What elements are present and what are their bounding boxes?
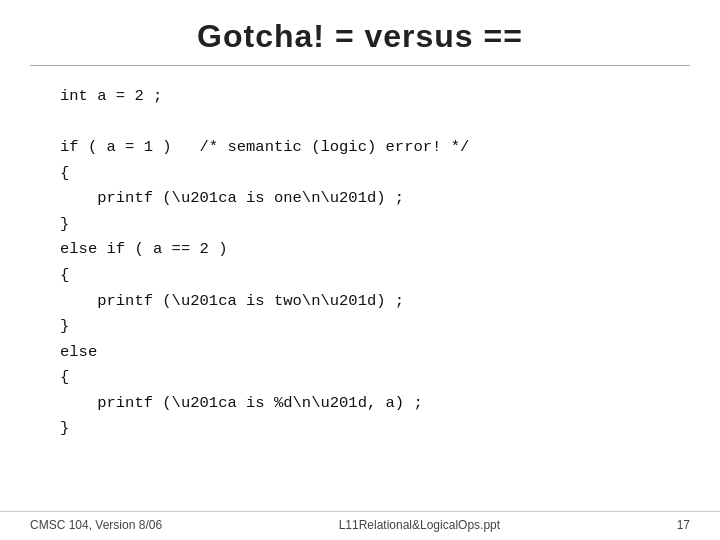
slide-title: Gotcha! = versus == xyxy=(197,18,523,54)
code-block: int a = 2 ; if ( a = 1 ) /* semantic (lo… xyxy=(60,84,660,442)
code-line-10: else xyxy=(60,340,660,366)
code-line-8: printf (\u201ca is two\n\u201d) ; xyxy=(60,289,660,315)
content-area: int a = 2 ; if ( a = 1 ) /* semantic (lo… xyxy=(0,66,720,511)
code-line-5: } xyxy=(60,212,660,238)
code-line-6: else if ( a == 2 ) xyxy=(60,237,660,263)
code-line-12: printf (\u201ca is %d\n\u201d, a) ; xyxy=(60,391,660,417)
footer-left: CMSC 104, Version 8/06 xyxy=(30,518,162,532)
code-line-11: { xyxy=(60,365,660,391)
code-line-7: { xyxy=(60,263,660,289)
code-line-4: printf (\u201ca is one\n\u201d) ; xyxy=(60,186,660,212)
code-line-2: if ( a = 1 ) /* semantic (logic) error! … xyxy=(60,135,660,161)
footer: CMSC 104, Version 8/06 L11Relational&Log… xyxy=(0,511,720,540)
title-area: Gotcha! = versus == xyxy=(0,0,720,65)
code-line-9: } xyxy=(60,314,660,340)
footer-center: L11Relational&LogicalOps.ppt xyxy=(339,518,500,532)
code-line-1: int a = 2 ; xyxy=(60,84,660,110)
code-line-3: { xyxy=(60,161,660,187)
code-line-blank xyxy=(60,110,660,136)
code-line-13: } xyxy=(60,416,660,442)
slide: Gotcha! = versus == int a = 2 ; if ( a =… xyxy=(0,0,720,540)
footer-right: 17 xyxy=(677,518,690,532)
